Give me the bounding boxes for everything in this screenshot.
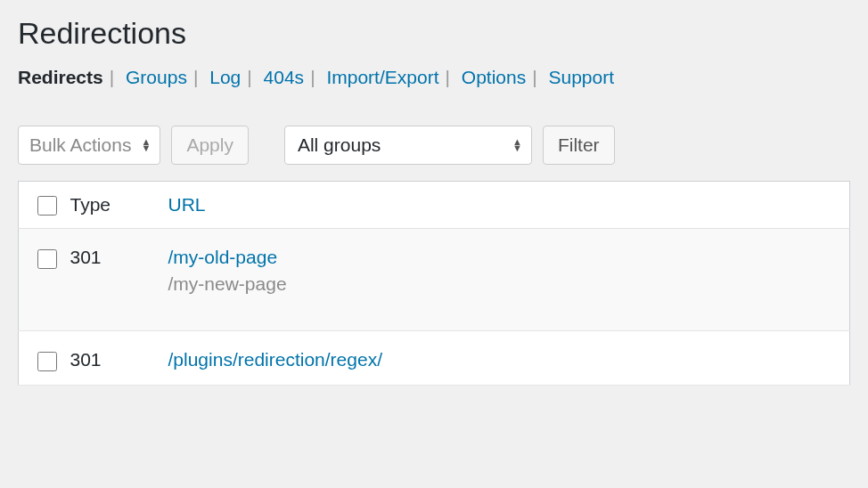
tab-404s[interactable]: 404s [264,67,305,87]
header-url[interactable]: URL [158,182,850,229]
page-title: Redirections [18,16,850,51]
row-checkbox[interactable] [37,249,57,269]
tab-groups[interactable]: Groups [126,67,187,87]
row-url-cell: /plugins/redirection/regex/ [158,331,850,386]
subnav-tabs: Redirects| Groups| Log| 404s| Import/Exp… [18,67,850,88]
tab-log[interactable]: Log [209,67,241,87]
row-type: 301 [60,229,158,331]
separator: | [241,67,258,87]
separator: | [438,67,455,87]
chevron-updown-icon: ▲▼ [512,139,522,151]
chevron-updown-icon: ▲▼ [142,139,151,151]
bulk-actions-select[interactable]: Bulk Actions ▲▼ [18,126,160,165]
group-filter-select[interactable]: All groups ▲▼ [284,126,532,165]
bulk-actions-label: Bulk Actions [29,134,131,156]
tab-support[interactable]: Support [548,67,614,87]
table-row: 301 /my-old-page /my-new-page [19,229,850,331]
row-checkbox[interactable] [37,352,57,371]
separator: | [103,67,120,87]
redirects-table: Type URL 301 /my-old-page /my-new-page 3… [18,181,850,386]
row-type: 301 [60,331,158,386]
header-type: Type [60,182,158,229]
source-url-link[interactable]: /plugins/redirection/regex/ [168,349,839,370]
filter-button[interactable]: Filter [543,126,615,165]
row-checkbox-cell [19,229,60,331]
row-checkbox-cell [19,331,60,386]
tab-options[interactable]: Options [462,67,526,87]
tab-redirects[interactable]: Redirects [18,67,103,87]
apply-button[interactable]: Apply [171,126,249,165]
group-filter-label: All groups [298,134,381,156]
header-checkbox-cell [19,182,60,229]
table-row: 301 /plugins/redirection/regex/ [19,331,850,386]
table-controls: Bulk Actions ▲▼ Apply All groups ▲▼ Filt… [18,126,850,165]
tab-import-export[interactable]: Import/Export [326,67,438,87]
target-url: /my-new-page [168,273,839,295]
separator: | [187,67,204,87]
row-url-cell: /my-old-page /my-new-page [158,229,850,331]
separator: | [526,67,543,87]
source-url-link[interactable]: /my-old-page [168,247,839,268]
separator: | [304,67,321,87]
select-all-checkbox[interactable] [37,196,57,216]
